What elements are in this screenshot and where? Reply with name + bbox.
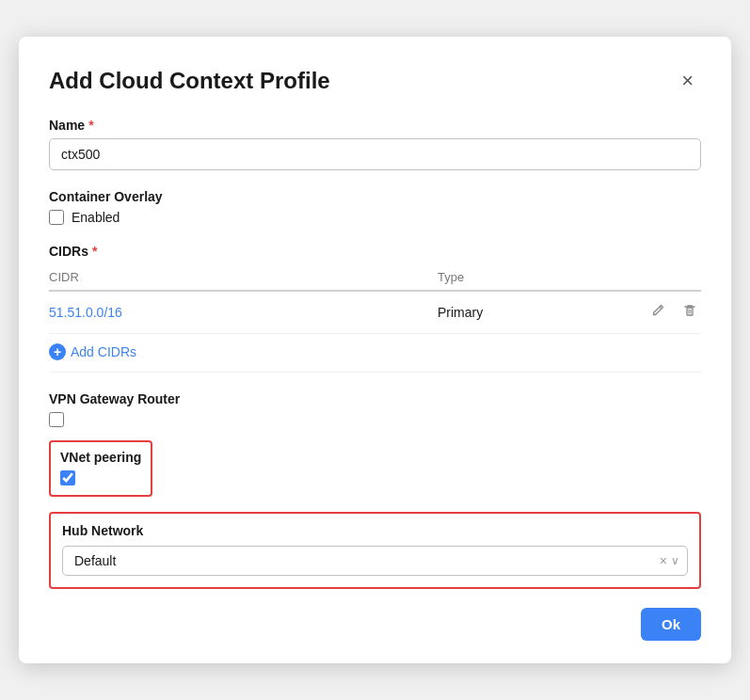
container-overlay-checkbox[interactable]	[49, 210, 64, 225]
select-icons: × ∨	[660, 553, 679, 568]
name-required-star: *	[88, 118, 93, 133]
cidrs-label: CIDRs *	[49, 244, 701, 259]
cidr-table: CIDR Type 51.51.0.0/16 Primary	[49, 264, 701, 334]
vpn-gateway-router-checkbox[interactable]	[49, 412, 64, 427]
cidr-value[interactable]: 51.51.0.0/16	[49, 305, 122, 320]
vpn-gateway-router-checkbox-row	[49, 412, 701, 427]
vnet-peering-label: VNet peering	[60, 450, 141, 465]
cidr-actions	[645, 301, 701, 324]
container-overlay-group: Container Overlay Enabled	[49, 189, 701, 225]
vpn-gateway-router-group: VPN Gateway Router	[49, 391, 701, 427]
container-overlay-checkbox-row: Enabled	[49, 210, 701, 225]
delete-cidr-button[interactable]	[678, 301, 701, 324]
add-cidrs-row: + Add CIDRs	[49, 343, 701, 373]
col-actions	[645, 264, 701, 291]
name-input[interactable]	[49, 138, 701, 170]
col-type: Type	[438, 264, 645, 291]
hub-network-label: Hub Network	[62, 523, 688, 538]
col-cidr: CIDR	[49, 264, 438, 291]
vnet-peering-checkbox[interactable]	[60, 470, 75, 485]
cidrs-required-star: *	[92, 244, 97, 259]
ok-button[interactable]: Ok	[641, 608, 701, 641]
svg-rect-0	[687, 308, 693, 315]
hub-network-value: Default	[74, 553, 653, 568]
modal-header: Add Cloud Context Profile ×	[49, 67, 701, 95]
container-overlay-label: Container Overlay	[49, 189, 701, 204]
vpn-gateway-router-label: VPN Gateway Router	[49, 391, 701, 406]
vnet-peering-checkbox-row	[60, 470, 141, 485]
chevron-down-icon[interactable]: ∨	[671, 554, 679, 567]
modal-title: Add Cloud Context Profile	[49, 68, 330, 94]
name-label: Name *	[49, 118, 701, 133]
vnet-peering-section: VNet peering	[49, 440, 152, 497]
delete-icon	[682, 303, 697, 318]
modal-footer: Ok	[49, 608, 701, 641]
edit-icon	[650, 303, 665, 318]
edit-cidr-button[interactable]	[646, 301, 669, 324]
table-row: 51.51.0.0/16 Primary	[49, 291, 701, 334]
hub-network-select[interactable]: Default × ∨	[62, 546, 688, 576]
cidrs-group: CIDRs * CIDR Type 51.51.0.0/16 Primary	[49, 244, 701, 373]
container-overlay-checkbox-label: Enabled	[72, 210, 120, 225]
close-button[interactable]: ×	[674, 67, 701, 95]
hub-network-section: Hub Network Default × ∨	[49, 512, 701, 589]
cidr-type: Primary	[438, 291, 645, 334]
add-cloud-context-profile-modal: Add Cloud Context Profile × Name * Conta…	[19, 37, 731, 663]
select-clear-icon[interactable]: ×	[660, 553, 667, 568]
name-field-group: Name *	[49, 118, 701, 170]
add-cidrs-button[interactable]: + Add CIDRs	[49, 343, 136, 360]
add-icon: +	[49, 343, 66, 360]
